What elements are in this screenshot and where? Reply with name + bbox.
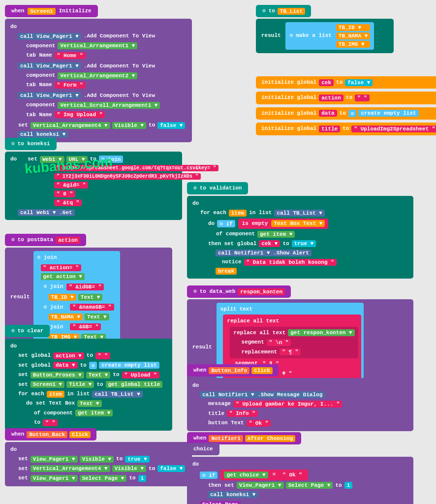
page-1-choice: 1 bbox=[344, 482, 353, 489]
set-action-empty-row: set global action ▼ to " " bbox=[17, 351, 176, 360]
vp-choice-btn[interactable]: View_Pager1 ▼ bbox=[237, 482, 284, 489]
get-item-clear[interactable]: get item ▼ bbox=[75, 410, 113, 416]
do-label: do bbox=[9, 23, 18, 31]
text-btn-id[interactable]: Text ▼ bbox=[78, 294, 103, 301]
set-vp-page-row: set View_Pager1 ▼ Select Page ▼ to 1 bbox=[17, 474, 196, 482]
set-cek-true: set global bbox=[222, 240, 258, 248]
join-namagb: ⚙ join " &namaGB= " bbox=[40, 302, 118, 312]
va4-vis-btn[interactable]: Vertical_Arrangement4 ▼ bbox=[31, 465, 110, 472]
call-tblist-clear[interactable]: call TB_List ▼ bbox=[92, 391, 142, 398]
textbox-text-val: Text Box Text ▼ bbox=[271, 220, 325, 227]
if-choice-row: ⚙ if get choice ▼ = " Ok " bbox=[199, 470, 417, 480]
action-btn-clear[interactable]: action ▼ bbox=[53, 352, 84, 359]
call-koneksi-choice[interactable]: call koneksi ▼ bbox=[208, 491, 258, 498]
button-info-do-block: do call Notifier1 ▼ .Show Message Dialog… bbox=[187, 378, 413, 431]
call-notifier-val[interactable]: call Notifier1 ▼ .Show Alert bbox=[216, 250, 311, 256]
add-component-2-label: .Add Component To View bbox=[82, 62, 156, 70]
vertical-scroll-arrangement1[interactable]: Vertical_Scroll_Arrangement1 ▼ bbox=[58, 102, 160, 109]
do-validation-label: do bbox=[191, 199, 409, 208]
make-list-block: ⚙ make a list TB_ID ▼ TB_NAMA ▼ TB_IMG ▼ bbox=[285, 22, 374, 50]
get-choice-btn[interactable]: get choice ▼ bbox=[224, 472, 268, 478]
visible-vp[interactable]: Visible ▼ bbox=[80, 456, 114, 463]
screen1-label: Screen1 bbox=[28, 8, 55, 15]
get-respon-konten[interactable]: get respon_konten ▼ bbox=[288, 329, 354, 336]
text-btn-nama[interactable]: Text ▼ bbox=[85, 314, 109, 320]
title-val-info: " Info " bbox=[227, 410, 258, 417]
tb-nama-item[interactable]: TB_NAMA ▼ bbox=[336, 32, 370, 39]
call-koneksi-row: call koneksi ▼ bbox=[17, 130, 196, 138]
get-action-btn[interactable]: get action ▼ bbox=[41, 273, 85, 280]
vertical-arrangement4-btn[interactable]: Vertical_Arrangement4 ▼ bbox=[31, 122, 110, 129]
respon-konten-param: respon_konten bbox=[238, 288, 285, 295]
call-view-pager1-1[interactable]: call View_Pager1 ▼ bbox=[18, 33, 81, 40]
select-page-choice[interactable]: Select Page ▼ bbox=[286, 482, 333, 489]
result-row-tb: result ⚙ make a list TB_ID ▼ TB_NAMA ▼ T… bbox=[260, 22, 390, 50]
call-view-pager1-3[interactable]: call View_Pager1 ▼ bbox=[18, 92, 81, 99]
screen1-btn-clear[interactable]: Screen1 ▼ bbox=[31, 381, 64, 388]
then-vp-row: then set View_Pager1 ▼ Select Page ▼ to … bbox=[207, 481, 425, 490]
call-tblist-val[interactable]: call TB_List ▼ bbox=[274, 210, 324, 217]
tab-name-3-label: tab Name bbox=[25, 111, 54, 119]
replace-all-label2: replace all text bbox=[232, 329, 287, 337]
when-button-info-header[interactable]: when Button_Info Click bbox=[187, 364, 279, 377]
call-notifier-msg[interactable]: call Notifier1 ▼ .Show Message Dialog bbox=[200, 391, 325, 398]
to-clear-label: to clear bbox=[16, 327, 45, 335]
to-cek: to bbox=[335, 78, 344, 87]
call-web1-get[interactable]: call Web1 ▼ .Get bbox=[18, 209, 75, 216]
to-clear-header: ⚙ to clear bbox=[5, 325, 50, 337]
when-button-back-header[interactable]: when Button_Back Click bbox=[5, 428, 96, 441]
for-each-clear-row: for each item in list call TB_List ▼ bbox=[17, 390, 176, 398]
do-clear-label: do bbox=[9, 342, 168, 350]
to-label-tb: to bbox=[267, 7, 277, 15]
button-proses-btn[interactable]: Button_Proses ▼ bbox=[31, 372, 84, 378]
get-item-val[interactable]: get item ▼ bbox=[257, 231, 295, 238]
title-btn-clear[interactable]: Title ▼ bbox=[66, 381, 94, 388]
vp-vis-btn[interactable]: View_Pager1 ▼ bbox=[31, 456, 78, 463]
select-rage-btn[interactable]: Select Rage bbox=[200, 501, 241, 504]
then-label: then bbox=[207, 240, 222, 248]
visible-btn[interactable]: Visible ▼ bbox=[112, 122, 146, 129]
component-1-label: component bbox=[25, 42, 57, 50]
result-dw-label: result bbox=[191, 343, 214, 351]
url-part-4: " 0 " bbox=[53, 190, 178, 198]
cek-btn-val[interactable]: cek ▼ bbox=[259, 240, 280, 247]
is-empty-label: is empty bbox=[241, 220, 270, 228]
tb-img-item[interactable]: TB_IMG ▼ bbox=[336, 41, 370, 48]
tb-nama-text-btn[interactable]: TB_NAMA ▼ bbox=[49, 314, 83, 320]
tab-name-2-label: tab Name bbox=[25, 81, 54, 89]
select-page-btn[interactable]: Select Page ▼ bbox=[80, 475, 127, 482]
gear-validation: ⚙ bbox=[192, 184, 198, 192]
tb-id-text-btn[interactable]: TB_ID ▼ bbox=[49, 294, 76, 301]
vp-page-btn[interactable]: View_Pager1 ▼ bbox=[31, 475, 78, 482]
when-screen1-initialize-block[interactable]: when Screen1 Initialize bbox=[5, 5, 98, 17]
to-koneksi-header: ⚙ to koneksi bbox=[5, 138, 57, 150]
call-view-pager1-2[interactable]: call View_Pager1 ▼ bbox=[18, 63, 81, 69]
replacement1-row: replacement " ¶ " bbox=[240, 348, 364, 356]
text-btn-proses[interactable]: Text ▼ bbox=[86, 372, 111, 378]
vertical-arrangement2[interactable]: Vertical_Arrangement2 ▼ bbox=[58, 72, 137, 79]
empty-str-textbox: " " bbox=[43, 419, 58, 426]
call-add-component-3-row: call View_Pager1 ▼ .Add Component To Vie… bbox=[17, 92, 196, 100]
button-text-label: button Text bbox=[207, 419, 246, 427]
tb-id-item[interactable]: TB_ID ▼ bbox=[336, 24, 370, 31]
replace-all-inner-row: replace all text get respon_konten ▼ bbox=[232, 329, 356, 337]
choice-label-out: choice bbox=[192, 445, 215, 453]
get-global-title[interactable]: get global title bbox=[106, 381, 163, 388]
home-value: " Home " bbox=[55, 52, 86, 59]
eq-label: = bbox=[271, 471, 278, 479]
data-btn-clear[interactable]: data ▼ bbox=[53, 362, 78, 369]
title-name: title bbox=[319, 126, 340, 132]
url-part-3: " &gid= " bbox=[53, 181, 178, 189]
do-validation: do bbox=[191, 199, 200, 208]
visible-va4[interactable]: Visible ▼ bbox=[112, 465, 146, 472]
to-koneksi-label: to koneksi bbox=[16, 140, 52, 148]
gear-empty-list: ⚙ bbox=[348, 110, 357, 117]
tab-name-3-row: tab Name " Img Upload " bbox=[25, 111, 204, 119]
click-back-btn: Click bbox=[69, 431, 91, 438]
call-koneksi-btn[interactable]: call koneksi ▼ bbox=[18, 131, 68, 138]
vertical-arrangement1[interactable]: Vertical_Arrangement1 ▼ bbox=[58, 42, 137, 49]
to-page: to bbox=[127, 474, 137, 482]
split-row: split text bbox=[219, 305, 361, 314]
set-vp-vis: set bbox=[17, 455, 30, 463]
textbox-text-btn[interactable]: Text ▼ bbox=[77, 400, 102, 407]
